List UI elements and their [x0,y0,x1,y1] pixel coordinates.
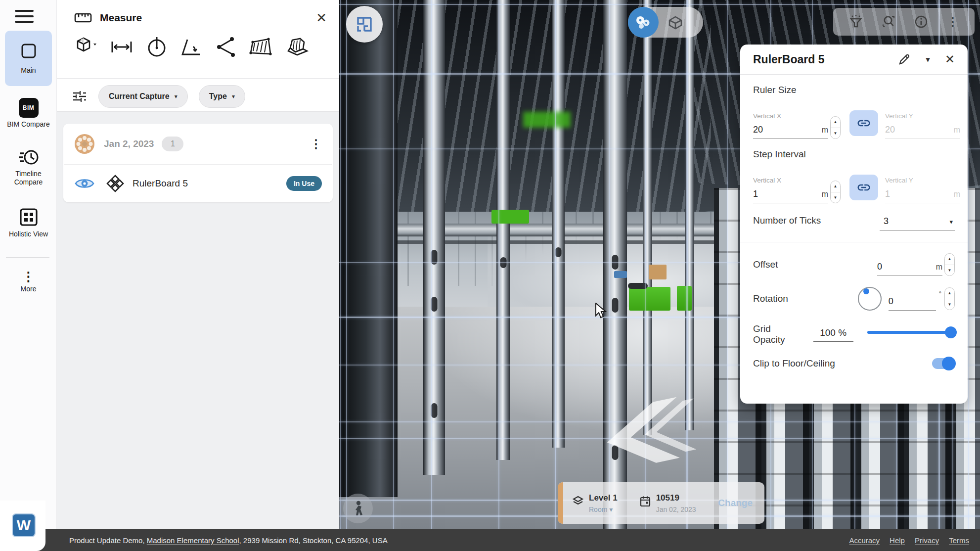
angle-icon [180,37,202,57]
search-icon [881,14,896,29]
volume-icon [285,36,309,58]
toggle-thumb [942,357,956,370]
current-capture-filter[interactable]: Current Capture ▾ [98,85,188,108]
search-zoom-button[interactable] [881,14,896,29]
slider-thumb[interactable] [945,326,957,338]
polyline-tool-button[interactable] [215,36,236,58]
capture-date: Jan 02, 2023 [656,505,696,513]
chevron-down-icon: ▾ [232,93,235,100]
ticks-select[interactable]: 3 ▾ [880,216,955,231]
area-tool-button[interactable] [249,37,272,57]
collapse-panel-button[interactable]: ▾ [926,54,930,65]
capture-group-header[interactable]: Jan 2, 2023 1 ⋮ [63,124,333,164]
ruler-size-x-input[interactable]: 20 [753,125,763,135]
stepper-up-icon: ▲ [945,288,954,299]
number-of-ticks-row: Number of Ticks 3 ▾ [753,215,955,231]
grid-opacity-slider[interactable] [867,331,955,334]
close-panel-button[interactable]: ✕ [945,52,955,66]
filter-captures-button[interactable] [849,14,863,29]
brand-logo-card: W [0,501,45,551]
accuracy-link[interactable]: Accuracy [849,536,880,545]
w-logo[interactable]: W [12,513,36,537]
ticks-label: Number of Ticks [753,215,821,231]
close-measure-panel-button[interactable]: ✕ [316,11,327,24]
bim-cube-icon [667,14,684,31]
sidebar-item-bim-compare[interactable]: BIM BIM Compare [0,98,57,129]
ruler-size-x-stepper[interactable]: ▲ ▼ [830,116,841,139]
cube-axis-tool-button[interactable] [76,36,97,58]
sidebar-item-holistic-view[interactable]: Holistic View [0,207,57,238]
viewer-more-button[interactable]: ⋮ [947,15,959,29]
type-filter[interactable]: Type ▾ [199,85,245,108]
offset-stepper[interactable]: ▲ ▼ [944,253,955,276]
grid-opacity-value[interactable]: 100 % [813,327,853,342]
step-interval-y-field: Vertical Y 1 m [885,177,960,203]
ruler-size-x-field[interactable]: Vertical X 20 m [753,112,828,139]
level-name[interactable]: Level 1 [589,493,618,503]
sidebar-item-timeline-compare[interactable]: Timeline Compare [0,147,57,186]
link-xy-button[interactable] [849,175,878,200]
holistic-grid-icon [18,207,39,228]
step-interval-y-value: 1 [885,189,890,199]
edit-button[interactable] [898,53,911,66]
person-icon [351,500,365,517]
distance-tool-button[interactable] [110,39,133,55]
info-button[interactable] [914,14,929,29]
offset-input[interactable]: 0 m [877,262,942,276]
sidebar-item-main[interactable]: Main [5,31,52,86]
ruler-size-y-value: 20 [885,125,895,135]
rotation-stepper[interactable]: ▲ ▼ [944,287,955,310]
terms-link[interactable]: Terms [949,536,969,545]
angle-tool-button[interactable] [180,37,202,57]
rotation-knob[interactable] [858,287,882,311]
stepper-down-icon: ▼ [945,265,954,276]
level-selector[interactable]: Level 1 Room ▾ [572,493,618,513]
rulerboard-title: RulerBoard 5 [753,53,824,66]
step-interval-row: Vertical X 1 m ▲ ▼ Vertical Y [753,166,955,203]
step-interval-x-stepper[interactable]: ▲ ▼ [830,181,841,203]
viewer-360[interactable]: ⋮ Level 1 Room ▾ [339,0,980,529]
tune-filter-icon[interactable] [72,89,88,104]
hamburger-menu-button[interactable] [15,10,34,24]
ruler-size-heading: Ruler Size [753,85,955,95]
clip-toggle[interactable] [932,358,955,369]
step-interval-x-field[interactable]: Vertical X 1 m [753,177,828,203]
rotation-input[interactable]: 0 [889,296,936,311]
bim-view-side[interactable] [667,14,684,31]
radius-tool-button[interactable] [146,36,168,58]
walk-mode-button[interactable] [343,494,373,523]
capture-selector[interactable]: 10519 Jan 02, 2023 [639,493,696,513]
stepper-up-icon: ▲ [945,254,954,265]
in-use-badge: In Use [286,176,322,191]
stepper-up-icon: ▲ [831,117,840,128]
volume-tool-button[interactable] [285,36,309,58]
ruler-icon [74,12,92,24]
link-xy-button[interactable] [849,110,878,136]
school-link[interactable]: Madison Elementary School [147,536,239,545]
room-selector[interactable]: Room ▾ [589,505,618,513]
stepper-down-icon: ▼ [831,128,840,139]
funnel-icon [849,14,863,29]
measurement-list-item[interactable]: RulerBoard 5 In Use [63,165,333,202]
capture-bim-toggle[interactable] [628,7,703,38]
left-nav-sidebar: Main BIM BIM Compare Timeline Compare Ho… [0,0,57,529]
capture-view-side[interactable] [628,7,659,38]
floorplan-icon [356,15,373,33]
group-more-button[interactable]: ⋮ [310,137,322,151]
offset-row: Offset 0 m ▲ ▼ [753,253,955,276]
step-interval-x-input[interactable]: 1 [753,189,758,199]
capture-id[interactable]: 10519 [656,493,696,503]
cube-axis-icon [76,36,97,58]
rulerboard-panel: RulerBoard 5 ▾ ✕ Ruler Size Vertical [740,45,968,404]
ruler-size-y-field: Vertical Y 20 m [885,112,960,139]
change-capture-button[interactable]: Change [718,498,753,508]
help-link[interactable]: Help [890,536,905,545]
bim-icon: BIM [19,98,39,118]
sidebar-item-more[interactable]: ⋮ More [0,271,57,293]
minimap-button[interactable] [346,6,383,43]
rotation-row: Rotation 0 ° ▲ ▼ [753,287,955,311]
stepper-up-icon: ▲ [831,181,840,192]
visibility-eye-icon[interactable] [74,176,95,191]
privacy-link[interactable]: Privacy [915,536,939,545]
grid-opacity-label: Grid Opacity [753,323,802,345]
